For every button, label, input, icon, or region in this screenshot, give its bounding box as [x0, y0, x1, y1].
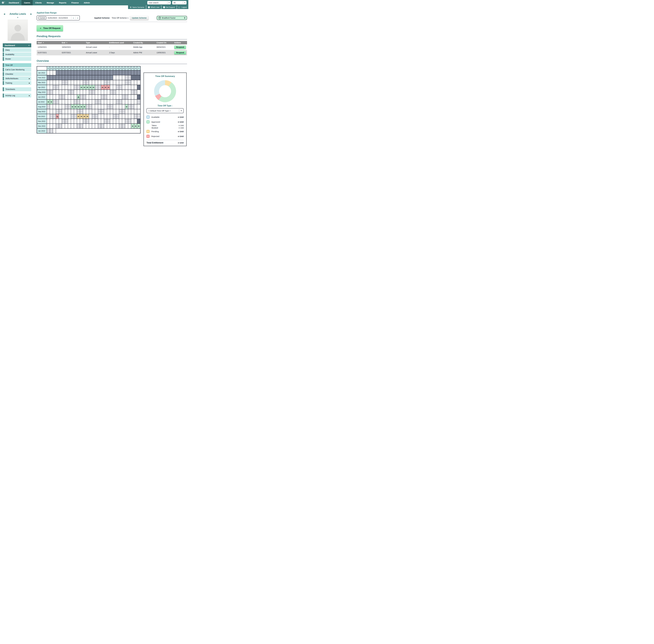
time-off-type-select[interactable]: < Default Time Off Type > ▼	[146, 108, 184, 113]
calendar-cell-nov-2022-11[interactable]	[77, 119, 80, 123]
calendar-cell-mar-2022-22[interactable]	[110, 80, 113, 85]
calendar-cell-mar-2022-23[interactable]	[113, 80, 116, 85]
calendar-cell-dec-2022-24[interactable]	[116, 123, 119, 128]
calendar-cell-feb-2022-13[interactable]	[83, 75, 86, 80]
calendar-cell-apr-2022-03[interactable]	[53, 85, 56, 90]
calendar-cell-jul-2022-01[interactable]	[47, 99, 50, 104]
calendar-cell-may-2022-21[interactable]	[107, 90, 110, 94]
calendar-cell-jul-2022-21[interactable]	[107, 99, 110, 104]
calendar-cell-jul-2022-16[interactable]	[92, 99, 95, 104]
calendar-cell-jun-2022-30[interactable]	[134, 94, 137, 99]
utility-item-logout[interactable]: [→Logout	[177, 5, 188, 9]
calendar-cell-feb-2022-17[interactable]	[95, 75, 98, 80]
calendar-cell-jun-2022-11[interactable]	[77, 94, 80, 99]
calendar-cell-mar-2022-01[interactable]	[47, 80, 50, 85]
calendar-cell-aug-2022-18[interactable]	[98, 104, 101, 109]
calendar-cell-may-2022-31[interactable]	[137, 90, 140, 94]
calendar-cell-oct-2022-31[interactable]	[137, 114, 140, 119]
calendar-cell-aug-2022-02[interactable]	[50, 104, 53, 109]
calendar-cell-may-2022-30[interactable]	[134, 90, 137, 94]
calendar-cell-jul-2022-26[interactable]	[122, 99, 125, 104]
calendar-cell-sep-2022-20[interactable]	[104, 109, 107, 114]
calendar-cell-jan-2022-25[interactable]	[119, 70, 122, 75]
calendar-cell-jan-2022-27[interactable]	[125, 70, 128, 75]
calendar-cell-sep-2022-19[interactable]	[101, 109, 104, 114]
calendar-cell-mar-2022-18[interactable]	[98, 80, 101, 85]
calendar-cell-dec-2022-18[interactable]	[98, 123, 101, 128]
calendar-cell-jun-2022-15[interactable]	[89, 94, 92, 99]
calendar-cell-jan-2022-23[interactable]	[113, 70, 116, 75]
calendar-cell-oct-2022-27[interactable]	[125, 114, 128, 119]
calendar-cell-may-2022-24[interactable]	[116, 90, 119, 94]
respond-button[interactable]: Respond	[174, 45, 186, 49]
calendar-cell-nov-2022-26[interactable]	[122, 119, 125, 123]
calendar-cell-may-2022-10[interactable]	[74, 90, 77, 94]
calendar-cell-aug-2022-10[interactable]	[74, 104, 77, 109]
calendar-cell-oct-2022-12[interactable]	[80, 114, 83, 119]
utility-item-name-surname[interactable]: ⚙Name Surname	[128, 5, 146, 9]
respond-button[interactable]: Respond	[174, 51, 186, 54]
calendar-cell-jan-2022-02[interactable]	[50, 70, 53, 75]
sidebar-item-timesheets[interactable]: Timesheets	[3, 87, 31, 91]
calendar-cell-nov-2022-22[interactable]	[110, 119, 113, 123]
calendar-cell-mar-2022-27[interactable]	[125, 80, 128, 85]
calendar-cell-apr-2022-25[interactable]	[119, 85, 122, 90]
calendar-cell-sep-2022-29[interactable]	[131, 109, 134, 114]
calendar-cell-apr-2022-28[interactable]	[128, 85, 131, 90]
calendar-cell-jan-2022-28[interactable]	[128, 70, 131, 75]
calendar-cell-mar-2022-14[interactable]	[86, 80, 89, 85]
calendar-cell-dec-2022-16[interactable]	[92, 123, 95, 128]
calendar-cell-may-2022-28[interactable]	[128, 90, 131, 94]
calendar-cell-jun-2022-21[interactable]	[107, 94, 110, 99]
calendar-cell-jan-2022-16[interactable]	[92, 70, 95, 75]
calendar-cell-jul-2022-11[interactable]	[77, 99, 80, 104]
calendar-cell-dec-2022-17[interactable]	[95, 123, 98, 128]
calendar-cell-sep-2022-18[interactable]	[98, 109, 101, 114]
calendar-cell-sep-2022-16[interactable]	[92, 109, 95, 114]
calendar-cell-mar-2022-17[interactable]	[95, 80, 98, 85]
calendar-cell-jun-2022-25[interactable]	[119, 94, 122, 99]
calendar-cell-oct-2022-14[interactable]	[86, 114, 89, 119]
calendar-cell-aug-2022-07[interactable]	[65, 104, 68, 109]
calendar-cell-jan-2022-19[interactable]	[101, 70, 104, 75]
calendar-cell-feb-2022-05[interactable]	[59, 75, 62, 80]
calendar-cell-aug-2022-08[interactable]	[68, 104, 71, 109]
calendar-cell-oct-2022-02[interactable]	[50, 114, 53, 119]
calendar-cell-jun-2022-04[interactable]	[56, 94, 59, 99]
calendar-cell-jun-2022-03[interactable]	[53, 94, 56, 99]
calendar-cell-may-2022-25[interactable]	[119, 90, 122, 94]
calendar-cell-jun-2022-16[interactable]	[92, 94, 95, 99]
calendar-cell-dec-2022-11[interactable]	[77, 123, 80, 128]
calendar-cell-jul-2022-29[interactable]	[131, 99, 134, 104]
calendar-cell-aug-2022-24[interactable]	[116, 104, 119, 109]
calendar-cell-apr-2022-24[interactable]	[116, 85, 119, 90]
calendar-cell-oct-2022-20[interactable]	[104, 114, 107, 119]
calendar-cell-nov-2022-18[interactable]	[98, 119, 101, 123]
calendar-cell-apr-2022-13[interactable]	[83, 85, 86, 90]
calendar-cell-jan-2022-26[interactable]	[122, 70, 125, 75]
calendar-cell-jul-2022-04[interactable]	[56, 99, 59, 104]
calendar-cell-nov-2022-15[interactable]	[89, 119, 92, 123]
calendar-cell-jan-2022-24[interactable]	[116, 70, 119, 75]
calendar-cell-aug-2022-23[interactable]	[113, 104, 116, 109]
calendar-cell-feb-2022-03[interactable]	[53, 75, 56, 80]
calendar-cell-dec-2022-26[interactable]	[122, 123, 125, 128]
calendar-cell-merged[interactable]	[56, 128, 140, 133]
utility-item-get-support[interactable]: ?Get Support	[161, 5, 177, 9]
calendar-cell-jan-2022-06[interactable]	[62, 70, 65, 75]
calendar-cell-oct-2022-23[interactable]	[113, 114, 116, 119]
calendar-cell-oct-2022-17[interactable]	[95, 114, 98, 119]
calendar-cell-dec-2022-06[interactable]	[62, 123, 65, 128]
sidebar-item-call-care-monitoring[interactable]: Call & Care Monitoring	[3, 68, 31, 72]
time-off-request-button[interactable]: ＋ Time Off Request	[37, 25, 63, 31]
calendar-cell-may-2022-04[interactable]	[56, 90, 59, 94]
calendar-cell-sep-2022-28[interactable]	[128, 109, 131, 114]
calendar-cell-feb-2022-18[interactable]	[98, 75, 101, 80]
calendar-cell-mar-2022-02[interactable]	[50, 80, 53, 85]
calendar-cell-jan-2022-11[interactable]	[77, 70, 80, 75]
calendar-cell-feb-2022-21[interactable]	[107, 75, 110, 80]
calendar-cell-sep-2022-11[interactable]	[77, 109, 80, 114]
calendar-cell-dec-2022-10[interactable]	[74, 123, 77, 128]
calendar-cell-feb-2022-27[interactable]	[125, 75, 128, 80]
calendar-cell-jan-2022-10[interactable]	[74, 70, 77, 75]
